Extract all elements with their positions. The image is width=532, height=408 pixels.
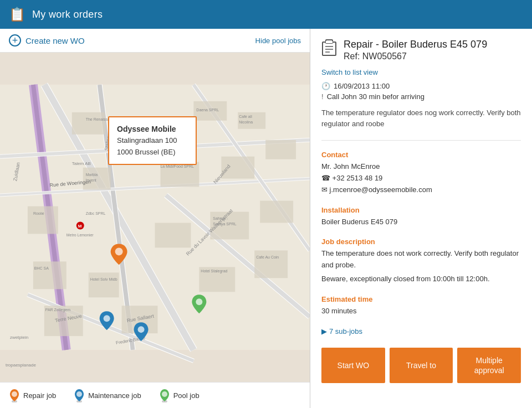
svg-rect-80 [323,42,336,55]
contact-label: Contact [321,151,521,159]
action-buttons: Start WO Travel to Multiple approval [321,348,521,383]
svg-text:Zdbc SPRL: Zdbc SPRL [86,211,106,215]
svg-point-71 [138,326,145,333]
svg-rect-27 [155,223,191,247]
svg-rect-18 [72,112,105,135]
svg-point-69 [104,315,110,322]
wo-header: Repair - Boiler Buderus E45 079 Ref: NW0… [321,38,521,61]
map-legend: Repair job Maintenance job Pool job [0,382,310,408]
job-desc-label: Job description [321,237,521,246]
svg-point-75 [12,391,17,397]
job-desc-text: The temperature does not work correctly.… [321,248,521,285]
svg-rect-26 [28,206,58,234]
sub-jobs-label: 7 sub-jobs [329,327,362,335]
create-new-wo-button[interactable]: + Create new WO [9,34,85,47]
switch-to-list-view-link[interactable]: Switch to list view [321,68,521,76]
svg-rect-82 [326,41,332,43]
contact-phone: ☎ +32 2513 48 19 [321,173,521,184]
svg-text:Daena SPRL: Daena SPRL [196,108,219,112]
svg-text:Cafe all: Cafe all [239,115,252,118]
left-toolbar: + Create new WO Hide pool jobs [0,29,310,53]
map-area: Zuidlaan Stalingradlaan Rue de Woeringen… [0,53,310,382]
svg-text:Marbla: Marbla [86,173,98,177]
app-title: My work orders [32,9,103,20]
multiple-approval-button[interactable]: Multiple approval [457,348,521,383]
svg-text:M: M [78,224,82,229]
create-wo-label: Create new WO [25,36,85,45]
svg-text:Hotel Stalegrad: Hotel Stalegrad [201,269,227,273]
app-icon: 📋 [9,7,25,22]
svg-point-77 [76,391,82,397]
legend-repair-label: Repair job [23,391,56,400]
svg-text:Sahrua -: Sahrua - [213,216,228,220]
legend-pool: Pool job [159,388,200,402]
contact-name: Mr. John McEnroe [321,161,521,173]
exclamation-icon: ! [321,92,324,101]
installation-label: Installation [321,206,521,214]
main-container: + Create new WO Hide pool jobs [0,29,532,408]
maintenance-pin-icon [74,388,85,402]
contact-info: Mr. John McEnroe ☎ +32 2513 48 19 ✉ j.mc… [321,161,521,195]
contact-email: ✉ j.mcenroe@odysseemobile.com [321,184,521,196]
reminder-row: ! Call John 30 min befor arriving [321,92,521,101]
svg-text:Soraya SPRL: Soraya SPRL [213,222,236,226]
plus-icon: + [9,34,21,47]
wo-title: Repair - Boiler Buderus E45 079 [344,38,487,51]
map-popup: Odyssee Mobile Stalingradlaan 100 1000 B… [108,116,197,165]
right-panel: Repair - Boiler Buderus E45 079 Ref: NW0… [310,29,532,408]
svg-rect-33 [254,250,288,278]
svg-point-73 [196,298,202,305]
estimated-time-value: 30 minutes [321,306,521,317]
hide-pool-jobs-link[interactable]: Hide pool jobs [255,37,301,45]
legend-repair: Repair job [9,388,56,402]
svg-rect-29 [260,201,293,223]
svg-text:Talern AB: Talern AB [72,161,91,166]
svg-rect-31 [89,272,119,297]
sub-jobs-arrow-icon: ▶ [321,327,327,335]
left-panel: + Create new WO Hide pool jobs [0,29,310,408]
wo-ref: Ref: NW050567 [344,51,487,61]
popup-address2: 1000 Brussel (BE) [117,147,188,158]
app-header: 📋 My work orders [0,0,532,29]
svg-text:PAR Zottegem: PAR Zottegem [45,308,70,312]
pool-pin-icon [159,388,170,402]
job-desc-main: The temperature does not work correctly.… [321,248,521,271]
clock-icon: 🕐 [321,82,330,90]
datetime-value: 16/09/2013 11:00 [334,82,390,90]
installation-value: Boiler Buderus E45 079 [321,216,521,228]
wo-clipboard-icon [321,39,337,60]
divider-1 [321,140,521,141]
reminder-text: Call John 30 min befor arriving [327,92,424,101]
legend-pool-label: Pool job [173,391,200,400]
wo-title-block: Repair - Boiler Buderus E45 079 Ref: NW0… [344,38,487,61]
svg-text:Hotel Solv Midb: Hotel Solv Midb [90,277,117,281]
sub-jobs-link[interactable]: ▶ 7 sub-jobs [321,327,521,335]
svg-rect-30 [33,261,66,289]
start-wo-button[interactable]: Start WO [321,348,385,383]
repair-pin-icon [9,388,20,402]
wo-description: The temperature regulator does nog work … [321,107,521,129]
estimated-time-label: Estimated time [321,295,521,303]
svg-text:Nicolina: Nicolina [239,120,253,124]
svg-text:Invent: Invent [86,178,96,182]
svg-point-67 [115,247,123,255]
job-desc-note: Beware, exceptionally closed from 10:00h… [321,273,521,285]
svg-text:tropaesplanade: tropaesplanade [6,363,37,368]
datetime-row: 🕐 16/09/2013 11:00 [321,82,521,90]
svg-text:Cafe Au Coin: Cafe Au Coin [256,255,279,259]
svg-text:zwetplein: zwetplein [10,335,28,340]
svg-point-79 [162,391,167,397]
svg-text:Rooiie: Rooiie [33,211,44,215]
popup-title: Odyssee Mobile [117,123,188,135]
legend-maintenance-label: Maintenance job [88,391,141,400]
legend-maintenance: Maintenance job [74,388,141,402]
svg-rect-25 [265,140,296,159]
svg-text:Metro Lemonier: Metro Lemonier [66,233,94,237]
map-svg: Zuidlaan Stalingradlaan Rue de Woeringen… [0,53,310,382]
svg-text:BHC SA: BHC SA [34,266,49,270]
travel-to-button[interactable]: Travel to [390,348,453,383]
popup-address1: Stalingradlaan 100 [117,135,188,147]
